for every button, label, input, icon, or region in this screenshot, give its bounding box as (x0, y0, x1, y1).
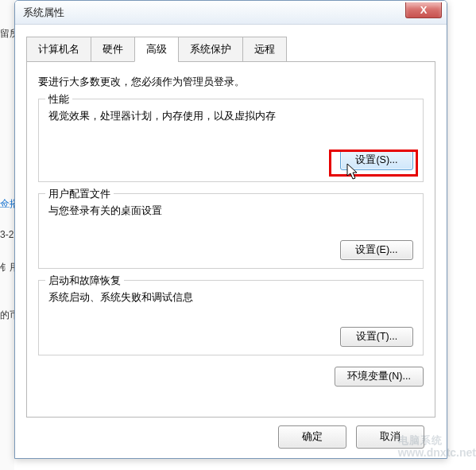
group-legend: 用户配置文件 (45, 187, 114, 201)
group-desc: 系统启动、系统失败和调试信息 (48, 290, 413, 305)
group-performance: 性能 视觉效果，处理器计划，内存使用，以及虚拟内存 设置(S)... (38, 99, 424, 182)
dialog-actions: 确定 取消 (26, 418, 435, 458)
intro-text: 要进行大多数更改，您必须作为管理员登录。 (38, 75, 424, 89)
startup-settings-button[interactable]: 设置(T)... (340, 327, 413, 347)
tab-panel-advanced: 要进行大多数更改，您必须作为管理员登录。 性能 视觉效果，处理器计划，内存使用，… (26, 61, 435, 418)
tab-label: 系统保护 (190, 43, 231, 55)
group-legend: 性能 (45, 92, 72, 107)
tab-system-protection[interactable]: 系统保护 (178, 37, 243, 62)
cancel-button[interactable]: 取消 (356, 425, 424, 449)
tab-computer-name[interactable]: 计算机名 (26, 37, 91, 62)
tab-label: 远程 (254, 43, 275, 55)
tab-strip: 计算机名 硬件 高级 系统保护 远程 (26, 37, 435, 62)
tab-label: 硬件 (103, 43, 123, 55)
group-desc: 与您登录有关的桌面设置 (48, 204, 413, 218)
group-legend: 启动和故障恢复 (45, 274, 124, 288)
group-desc: 视觉效果，处理器计划，内存使用，以及虚拟内存 (48, 109, 413, 123)
tab-label: 高级 (146, 43, 167, 55)
performance-settings-button[interactable]: 设置(S)... (340, 150, 413, 170)
environment-variables-button[interactable]: 环境变量(N)... (335, 367, 424, 386)
tab-advanced[interactable]: 高级 (134, 37, 179, 62)
user-profiles-settings-button[interactable]: 设置(E)... (340, 240, 413, 260)
window-title: 系统属性 (23, 6, 64, 20)
system-properties-dialog: 系统属性 X 计算机名 硬件 高级 系统保护 远程 要进行大多数更改，您必须作为… (14, 0, 447, 459)
ok-button[interactable]: 确定 (278, 425, 346, 449)
tab-label: 计算机名 (38, 43, 79, 55)
close-button[interactable]: X (405, 2, 442, 18)
titlebar[interactable]: 系统属性 X (15, 1, 447, 25)
tab-remote[interactable]: 远程 (242, 37, 287, 62)
tab-hardware[interactable]: 硬件 (91, 37, 135, 62)
bg-frag: 3-2 (0, 229, 14, 240)
client-area: 计算机名 硬件 高级 系统保护 远程 要进行大多数更改，您必须作为管理员登录。 … (15, 25, 447, 458)
close-icon: X (420, 4, 428, 16)
group-user-profiles: 用户配置文件 与您登录有关的桌面设置 设置(E)... (38, 193, 424, 269)
group-startup-recovery: 启动和故障恢复 系统启动、系统失败和调试信息 设置(T)... (38, 280, 424, 355)
